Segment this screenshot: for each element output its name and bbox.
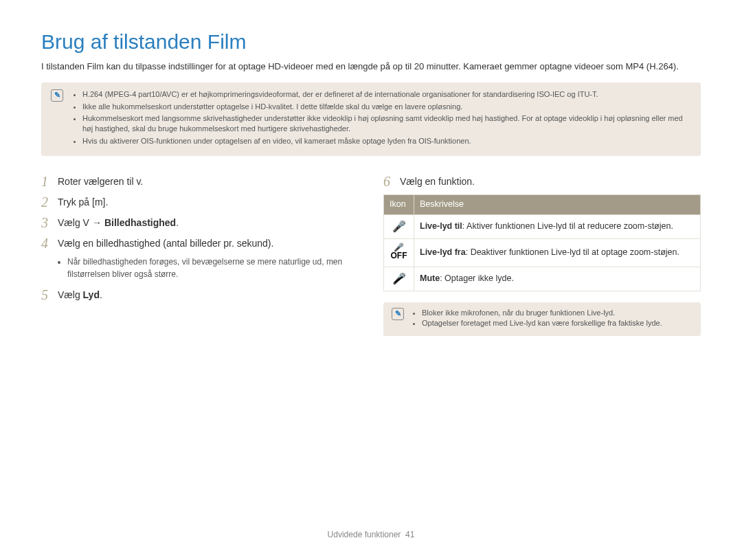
step-2: 2 Tryk på [m].: [41, 194, 359, 210]
row-bold: Live-lyd til: [420, 221, 462, 231]
intro-text: I tilstanden Film kan du tilpasse indsti…: [41, 60, 701, 73]
note-icon: ✎: [392, 308, 404, 320]
video-icon-placeholder: V: [83, 217, 89, 228]
arrow-icon: →: [89, 217, 104, 228]
function-table: Ikon Beskrivelse 🎤 Live-lyd til: Aktiver…: [383, 194, 701, 291]
step-text: Vælg: [58, 289, 83, 300]
footer-section: Udvidede funktioner: [328, 530, 401, 539]
row-text: : Aktiver funktionen Live-lyd til at red…: [462, 221, 673, 231]
step-text: .: [140, 176, 143, 187]
step-text: Vælg en billedhastighed (antal billeder …: [58, 238, 273, 249]
table-row: 🎤 Mute: Optager ikke lyde.: [384, 267, 701, 291]
note-item: H.264 (MPEG-4 part10/AVC) er et højkompr…: [82, 89, 690, 100]
note-item: Ikke alle hukommelseskort understøtter o…: [82, 102, 690, 112]
row-text: : Deaktiver funktionen Live-lyd til at o…: [466, 247, 679, 257]
step-text: .: [100, 289, 102, 300]
substep-item: Når billedhastigheden forøges, vil bevæg…: [67, 256, 359, 280]
step-text: .: [176, 217, 179, 228]
step-number: 6: [383, 174, 400, 189]
menu-button-placeholder: m: [95, 197, 103, 208]
mic-off-icon: 🎤OFF: [391, 243, 407, 260]
top-note-list: H.264 (MPEG-4 part10/AVC) er et højkompr…: [73, 89, 690, 146]
right-note-list: Bloker ikke mikrofonen, når du bruger fu…: [414, 308, 693, 329]
top-note-box: ✎ H.264 (MPEG-4 part10/AVC) er et højkom…: [41, 82, 701, 156]
mic-on-icon: 🎤: [392, 219, 406, 234]
page-title: Brug af tilstanden Film: [41, 27, 701, 56]
step-number: 3: [41, 215, 58, 230]
left-column: 1 Roter vælgeren til v. 2 Tryk på [m]. 3…: [41, 174, 359, 336]
row-text: : Optager ikke lyde.: [440, 273, 514, 283]
step-1: 1 Roter vælgeren til v.: [41, 174, 359, 189]
step-bold: Billedhastighed: [104, 217, 176, 228]
step-text: Vælg en funktion.: [400, 176, 475, 187]
step-5: 5 Vælg Lyd.: [41, 287, 359, 302]
step-3: 3 Vælg V→Billedhastighed.: [41, 215, 359, 230]
table-header-icon: Ikon: [384, 195, 414, 215]
footer-page: 41: [405, 530, 414, 539]
note-item: Hvis du aktiverer OIS-funktionen under o…: [82, 136, 690, 146]
step-number: 2: [41, 194, 58, 210]
step-bold: Lyd: [83, 289, 100, 300]
table-row: 🎤 Live-lyd til: Aktiver funktionen Live-…: [384, 214, 701, 238]
right-column: 6 Vælg en funktion. Ikon Beskrivelse 🎤 L…: [383, 174, 701, 336]
table-row: 🎤OFF Live-lyd fra: Deaktiver funktionen …: [384, 239, 701, 267]
step-text: Tryk på [: [58, 197, 95, 208]
step-text: Roter vælgeren til: [58, 176, 136, 187]
step-4: 4 Vælg en billedhastighed (antal billede…: [41, 236, 359, 251]
step-text: Vælg: [58, 217, 83, 228]
page-footer: Udvidede funktioner 41: [0, 529, 742, 541]
note-icon: ✎: [51, 89, 63, 102]
step-number: 4: [41, 236, 58, 251]
step-number: 1: [41, 174, 58, 189]
note-item: Bloker ikke mikrofonen, når du bruger fu…: [422, 308, 693, 318]
step-6: 6 Vælg en funktion.: [383, 174, 701, 189]
mic-mute-icon: 🎤: [392, 271, 406, 287]
step-number: 5: [41, 287, 58, 302]
table-header-desc: Beskrivelse: [414, 195, 701, 215]
right-note-box: ✎ Bloker ikke mikrofonen, når du bruger …: [383, 302, 701, 336]
note-item: Hukommelseskort med langsomme skrivehast…: [82, 113, 690, 135]
note-item: Optagelser foretaget med Live-lyd kan væ…: [422, 318, 693, 328]
step-4-subnote: Når billedhastigheden forøges, vil bevæg…: [41, 256, 359, 280]
row-bold: Live-lyd fra: [420, 247, 466, 257]
step-text: ].: [103, 197, 109, 208]
row-bold: Mute: [420, 273, 440, 283]
